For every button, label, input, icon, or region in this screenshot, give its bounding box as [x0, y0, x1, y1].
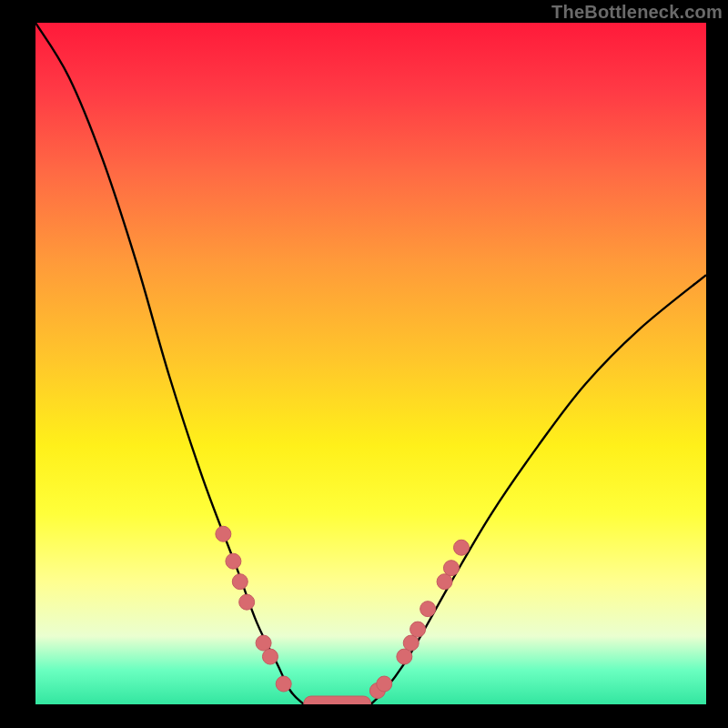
plot-area: [35, 23, 706, 704]
curve-right-curve: [371, 275, 707, 704]
marker-left-2: [232, 574, 248, 590]
marker-right-7: [443, 561, 459, 576]
marker-left-1: [226, 553, 241, 569]
marker-left-3: [239, 594, 255, 610]
bottom-bar: [304, 696, 371, 704]
marker-right-1: [377, 676, 392, 692]
curve-layer: [35, 23, 706, 704]
marker-right-8: [453, 540, 469, 555]
marker-left-6: [276, 676, 291, 692]
marker-left-5: [262, 649, 278, 664]
marker-right-4: [410, 622, 426, 637]
chart-frame: TheBottleneck.com: [0, 0, 728, 728]
marker-left-4: [256, 635, 271, 651]
watermark-label: TheBottleneck.com: [551, 2, 723, 23]
marker-right-5: [420, 602, 436, 617]
marker-right-2: [397, 649, 412, 664]
marker-right-6: [437, 574, 452, 590]
marker-left-0: [216, 526, 231, 541]
curve-left-curve: [35, 23, 304, 704]
marker-right-3: [403, 635, 419, 651]
